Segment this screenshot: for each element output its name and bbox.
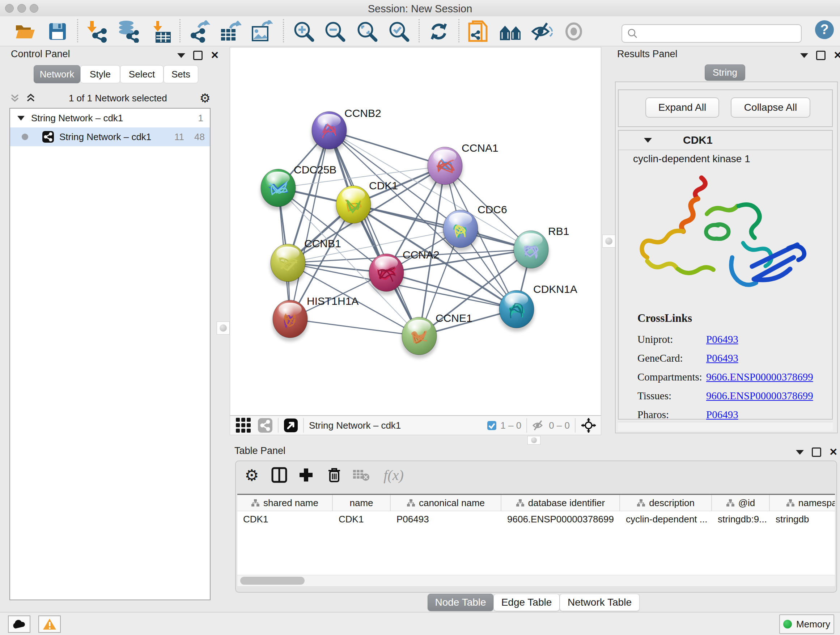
export-network-icon[interactable] bbox=[187, 19, 211, 43]
network-canvas[interactable]: CCNB2CCNA1CDC25BCDK1CDC6RB1CCNB1CCNA2CDK… bbox=[230, 47, 601, 416]
column-header-shared-name[interactable]: shared name bbox=[237, 495, 333, 511]
network-edge[interactable] bbox=[290, 319, 419, 336]
network-node-RB1[interactable]: RB1 bbox=[513, 225, 569, 272]
table-settings-gear-icon[interactable]: ⚙ bbox=[243, 466, 261, 484]
zoom-out-icon[interactable] bbox=[323, 19, 347, 43]
crosslink-link[interactable]: P06493 bbox=[706, 333, 738, 345]
right-splitter-handle[interactable] bbox=[602, 234, 615, 248]
export-table-icon[interactable] bbox=[218, 19, 242, 43]
table-cell[interactable]: stringdb:9... bbox=[712, 511, 770, 527]
tab-node-table[interactable]: Node Table bbox=[428, 594, 493, 611]
delete-table-icon[interactable] bbox=[352, 466, 370, 484]
network-thumbnail-icon[interactable] bbox=[257, 418, 273, 433]
column-header-canonical-name[interactable]: canonical name bbox=[391, 495, 501, 511]
expand-all-networks-icon[interactable] bbox=[25, 93, 36, 103]
results-panel-restore-icon[interactable] bbox=[816, 51, 826, 60]
help-icon[interactable]: ? bbox=[813, 18, 836, 42]
network-collection-row[interactable]: String Network – cdk1 1 bbox=[10, 109, 210, 127]
selected-count-checkbox-icon[interactable] bbox=[487, 421, 497, 431]
expand-all-button[interactable]: Expand All bbox=[645, 97, 719, 118]
table-cell[interactable]: CDK1 bbox=[237, 511, 333, 527]
column-header-database-identifier[interactable]: database identifier bbox=[501, 495, 620, 511]
tab-edge-table[interactable]: Edge Table bbox=[493, 594, 560, 611]
show-columns-icon[interactable] bbox=[271, 466, 288, 484]
birdseye-view-icon[interactable] bbox=[284, 418, 298, 432]
import-from-database-icon[interactable] bbox=[116, 19, 140, 43]
results-hscrollbar[interactable] bbox=[618, 422, 833, 431]
tab-select[interactable]: Select bbox=[120, 65, 164, 83]
results-panel-close-icon[interactable]: ✕ bbox=[834, 52, 840, 59]
table-cell[interactable]: 9606.ENSP00000378699 bbox=[501, 511, 620, 527]
network-row[interactable]: String Network – cdk1 11 48 bbox=[10, 127, 210, 146]
export-image-icon[interactable] bbox=[250, 19, 274, 43]
table-hscrollbar[interactable] bbox=[237, 575, 835, 586]
bottom-splitter-handle[interactable] bbox=[527, 436, 540, 445]
collapse-all-button[interactable]: Collapse All bbox=[731, 97, 810, 118]
hide-selection-icon[interactable] bbox=[531, 19, 554, 43]
network-options-gear-icon[interactable]: ⚙ bbox=[200, 91, 210, 105]
network-node-CCNA1[interactable]: CCNA1 bbox=[427, 142, 499, 188]
table-hscrollbar-thumb[interactable] bbox=[240, 577, 305, 585]
tab-sets[interactable]: Sets bbox=[164, 65, 198, 83]
fit-content-crosshair-icon[interactable] bbox=[581, 417, 597, 433]
table-row[interactable]: CDK1CDK1P064939606.ENSP00000378699cyclin… bbox=[237, 511, 835, 527]
memory-button[interactable]: Memory bbox=[779, 614, 834, 634]
search-input[interactable] bbox=[642, 27, 801, 41]
results-panel-float-icon[interactable] bbox=[800, 53, 808, 58]
control-panel-restore-icon[interactable] bbox=[193, 51, 202, 60]
cloud-button[interactable] bbox=[8, 616, 30, 633]
zoom-selected-icon[interactable] bbox=[387, 19, 411, 43]
table-cell[interactable]: cyclin-dependent ... bbox=[620, 511, 712, 527]
tab-style[interactable]: Style bbox=[80, 65, 120, 83]
tab-network[interactable]: Network bbox=[34, 65, 80, 83]
tab-network-table[interactable]: Network Table bbox=[560, 594, 639, 611]
table-panel-close-icon[interactable]: ✕ bbox=[829, 448, 837, 456]
network-node-CCNB1[interactable]: CCNB1 bbox=[270, 238, 341, 285]
add-column-icon[interactable] bbox=[297, 466, 315, 484]
control-panel-close-icon[interactable]: ✕ bbox=[210, 52, 219, 59]
delete-column-trash-icon[interactable] bbox=[325, 466, 343, 484]
crosslink-link[interactable]: P06493 bbox=[706, 409, 738, 421]
table-cell[interactable]: stringdb bbox=[770, 511, 835, 527]
network-node-CDK1[interactable]: CDK1 bbox=[335, 180, 398, 227]
column-header-description[interactable]: description bbox=[620, 495, 712, 511]
warning-button[interactable] bbox=[38, 616, 61, 633]
import-table-icon[interactable] bbox=[149, 19, 173, 43]
control-panel-float-icon[interactable] bbox=[177, 53, 185, 58]
table-panel-restore-icon[interactable] bbox=[812, 448, 821, 457]
tab-string[interactable]: String bbox=[705, 65, 745, 81]
refresh-icon[interactable] bbox=[427, 19, 451, 43]
crosslink-link[interactable]: P06493 bbox=[706, 352, 738, 364]
network-node-CDC6[interactable]: CDC6 bbox=[442, 203, 507, 251]
tab-network-table-label: Network Table bbox=[568, 597, 632, 608]
first-neighbors-icon[interactable] bbox=[499, 19, 523, 43]
collapse-all-networks-icon[interactable] bbox=[9, 93, 20, 103]
clone-style-icon[interactable] bbox=[467, 19, 491, 43]
save-session-icon[interactable] bbox=[46, 19, 69, 43]
show-all-icon[interactable] bbox=[562, 19, 586, 43]
gene-section-header[interactable]: CDK1 bbox=[619, 131, 832, 150]
network-node-HIST1H1A[interactable]: HIST1H1A bbox=[272, 295, 358, 341]
crosslink-row: GeneCard:P06493 bbox=[638, 348, 813, 367]
collection-expander-icon[interactable] bbox=[17, 116, 25, 120]
gene-expander-icon[interactable] bbox=[644, 138, 652, 143]
grid-view-icon[interactable] bbox=[235, 417, 252, 434]
open-session-icon[interactable] bbox=[13, 19, 37, 43]
column-header-namespace[interactable]: namespace bbox=[770, 495, 835, 511]
import-network-icon[interactable] bbox=[86, 19, 110, 43]
network-edge[interactable] bbox=[290, 130, 329, 319]
column-header-name[interactable]: name bbox=[333, 495, 391, 511]
network-node-CCNE1[interactable]: CCNE1 bbox=[401, 312, 472, 358]
crosslink-link[interactable]: 9606.ENSP00000378699 bbox=[706, 390, 813, 402]
crosslink-link[interactable]: 9606.ENSP00000378699 bbox=[706, 371, 813, 383]
table-cell[interactable]: P06493 bbox=[391, 511, 501, 527]
zoom-in-icon[interactable] bbox=[292, 19, 316, 43]
column-header-@id[interactable]: @id bbox=[712, 495, 770, 511]
table-cell[interactable]: CDK1 bbox=[333, 511, 391, 527]
zoom-fit-icon[interactable] bbox=[355, 19, 379, 43]
network-node-CDKN1A[interactable]: CDKN1A bbox=[499, 283, 577, 332]
cloud-icon bbox=[12, 619, 27, 629]
table-panel-float-icon[interactable] bbox=[796, 450, 804, 455]
function-builder-icon[interactable]: f(x) bbox=[379, 466, 408, 484]
left-splitter-handle[interactable] bbox=[217, 321, 230, 334]
